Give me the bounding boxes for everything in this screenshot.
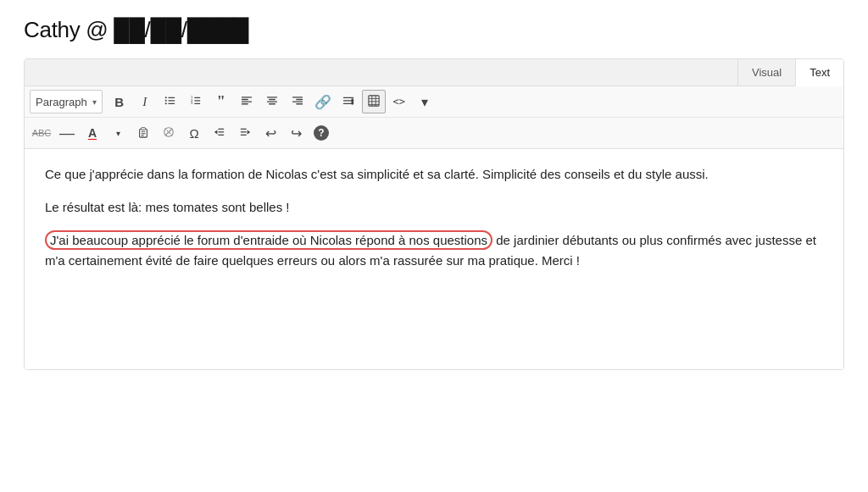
redo-button[interactable]: ↪ <box>284 121 308 145</box>
content-paragraph-1: Ce que j'apprécie dans la formation de N… <box>45 164 823 185</box>
align-center-icon <box>266 95 278 109</box>
editor-tabs: Visual Text <box>25 59 843 86</box>
svg-marker-47 <box>248 130 251 134</box>
horizontal-line-icon <box>342 95 354 109</box>
svg-rect-19 <box>269 103 275 104</box>
bold-button[interactable]: B <box>108 90 131 113</box>
tab-text[interactable]: Text <box>795 59 843 86</box>
paste-button[interactable] <box>131 121 155 145</box>
omega-icon: Ω <box>189 126 198 141</box>
svg-rect-1 <box>168 100 175 101</box>
svg-rect-0 <box>168 97 175 97</box>
toolbar-row-1: Paragraph ▾ B I <box>25 86 843 117</box>
indent-icon <box>239 126 251 141</box>
content-paragraph-3: J'ai beaucoup apprécié le forum d'entrai… <box>45 230 823 273</box>
svg-rect-17 <box>269 98 275 99</box>
svg-rect-35 <box>141 127 145 130</box>
italic-button[interactable]: I <box>133 90 157 113</box>
undo-icon: ↩ <box>265 125 276 141</box>
color-dropdown-button[interactable]: ▾ <box>106 121 130 145</box>
color-dropdown-icon: ▾ <box>116 129 120 138</box>
bold-icon: B <box>114 95 124 109</box>
svg-point-3 <box>164 97 166 98</box>
special-char-button[interactable]: Ω <box>182 121 206 145</box>
svg-point-4 <box>164 99 166 101</box>
svg-rect-41 <box>218 131 224 132</box>
svg-rect-13 <box>242 98 248 99</box>
paste-icon <box>137 126 149 141</box>
text-color-button[interactable]: A <box>81 121 104 145</box>
svg-point-5 <box>164 102 166 104</box>
svg-rect-21 <box>296 98 303 99</box>
page-title: Cathy @ ██/██/████ <box>24 17 844 43</box>
table-active-button[interactable] <box>362 90 386 113</box>
editor-container: Visual Text Paragraph ▾ B I <box>24 58 844 370</box>
svg-rect-12 <box>242 97 252 97</box>
svg-rect-22 <box>292 101 303 102</box>
table-active-icon <box>368 95 380 109</box>
svg-rect-23 <box>296 103 303 104</box>
unordered-list-icon <box>164 95 176 109</box>
svg-rect-37 <box>141 133 145 134</box>
indent-button[interactable] <box>233 121 257 145</box>
svg-rect-8 <box>194 102 200 103</box>
clear-format-button[interactable] <box>157 121 181 145</box>
svg-rect-42 <box>218 134 224 135</box>
hr-icon: — <box>59 125 75 141</box>
toolbar: Paragraph ▾ B I <box>25 86 843 149</box>
ordered-list-button[interactable]: 1 2 3 <box>184 90 208 113</box>
svg-rect-38 <box>141 135 144 135</box>
strikethrough-icon: ABC <box>32 128 52 138</box>
more-icon: ▾ <box>421 94 428 110</box>
align-left-icon <box>241 95 253 109</box>
outdent-button[interactable] <box>208 121 231 145</box>
editor-content[interactable]: Ce que j'apprécie dans la formation de N… <box>25 149 843 369</box>
svg-rect-20 <box>292 97 303 97</box>
align-right-button[interactable] <box>286 90 309 113</box>
italic-icon: I <box>142 95 147 109</box>
tab-visual[interactable]: Visual <box>737 59 795 86</box>
horizontal-line-button[interactable] <box>337 90 360 113</box>
svg-rect-7 <box>194 100 200 101</box>
more-button[interactable]: ▾ <box>413 90 437 113</box>
svg-rect-6 <box>194 97 200 97</box>
svg-rect-45 <box>241 131 247 132</box>
help-icon: ? <box>314 125 329 141</box>
svg-rect-18 <box>267 101 277 102</box>
help-button[interactable]: ? <box>309 121 333 145</box>
svg-rect-36 <box>141 131 145 132</box>
undo-button[interactable]: ↩ <box>259 121 282 145</box>
unordered-list-button[interactable] <box>159 90 182 113</box>
code-button[interactable]: <> <box>387 90 411 113</box>
svg-rect-40 <box>218 128 224 129</box>
text-color-icon: A <box>88 126 97 140</box>
outdent-icon <box>214 126 225 141</box>
svg-text:3: 3 <box>191 101 193 105</box>
svg-rect-27 <box>351 98 353 104</box>
hr-button[interactable]: — <box>55 121 79 145</box>
align-left-button[interactable] <box>235 90 259 113</box>
svg-rect-15 <box>242 103 248 104</box>
blockquote-icon: " <box>217 94 225 109</box>
link-icon: 🔗 <box>314 94 331 110</box>
clear-format-icon <box>163 126 175 141</box>
page-wrapper: Cathy @ ██/██/████ Visual Text Paragraph… <box>0 0 868 492</box>
svg-rect-2 <box>168 102 175 103</box>
svg-rect-24 <box>343 97 353 97</box>
redo-icon: ↪ <box>291 125 302 141</box>
ordered-list-icon: 1 2 3 <box>190 95 202 109</box>
paragraph-chevron-icon: ▾ <box>92 97 97 107</box>
align-center-button[interactable] <box>260 90 284 113</box>
toolbar-row-2: ABC — A ▾ <box>25 117 843 148</box>
svg-rect-44 <box>241 128 247 129</box>
link-button[interactable]: 🔗 <box>311 90 335 113</box>
content-paragraph-2: Le résultat est là: mes tomates sont bel… <box>45 197 823 218</box>
svg-rect-14 <box>242 101 252 102</box>
svg-rect-16 <box>267 97 277 97</box>
align-right-icon <box>292 95 303 109</box>
paragraph-select[interactable]: Paragraph ▾ <box>30 90 103 113</box>
strikethrough-button[interactable]: ABC <box>30 121 53 145</box>
blockquote-button[interactable]: " <box>209 90 233 113</box>
svg-rect-46 <box>241 134 247 135</box>
svg-marker-43 <box>214 130 218 134</box>
